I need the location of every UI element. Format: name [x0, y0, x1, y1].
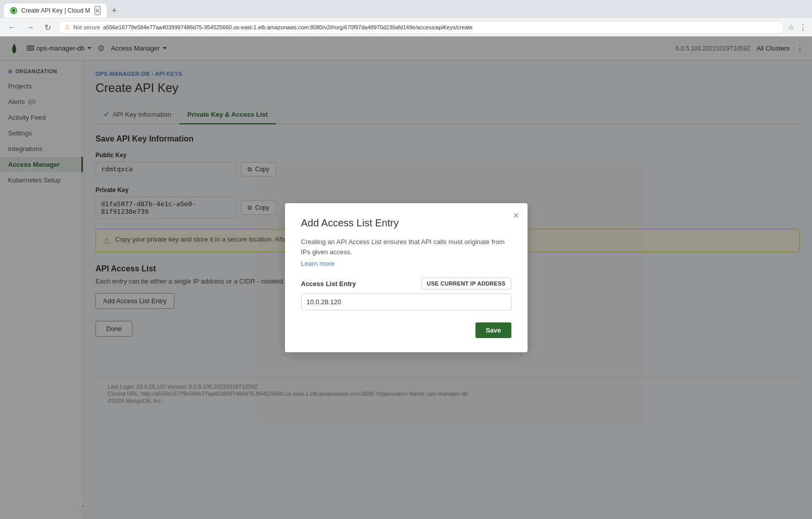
browser-tab[interactable]: Create API Key | Cloud M × [4, 4, 107, 18]
security-warning-text: Not secure [73, 24, 100, 30]
modal-field-row: Access List Entry USE CURRENT IP ADDRESS [301, 277, 511, 290]
new-tab-button[interactable]: + [109, 6, 120, 16]
tab-title: Create API Key | Cloud M [21, 7, 90, 14]
learn-more-link[interactable]: Learn more [301, 260, 511, 267]
modal-title: Add Access List Entry [301, 217, 511, 229]
back-button[interactable]: ← [5, 22, 19, 33]
address-bar[interactable]: ⚠ Not secure a556e16779e584e77aa40399974… [58, 21, 784, 34]
access-list-entry-label: Access List Entry [301, 280, 356, 288]
browser-menu-button[interactable]: ⋮ [799, 23, 807, 32]
modal-close-button[interactable]: × [513, 210, 519, 220]
modal-overlay: × Add Access List Entry Creating an API … [0, 36, 812, 519]
refresh-button[interactable]: ↻ [41, 22, 54, 33]
modal-actions: Save [301, 322, 511, 338]
forward-button[interactable]: → [23, 22, 37, 33]
modal-save-button[interactable]: Save [475, 322, 511, 338]
browser-tab-bar: Create API Key | Cloud M × + [0, 0, 812, 18]
add-access-list-modal: × Add Access List Entry Creating an API … [285, 203, 528, 352]
modal-description: Creating an API Access List ensures that… [301, 237, 511, 257]
use-current-ip-button[interactable]: USE CURRENT IP ADDRESS [421, 277, 511, 290]
security-warning-icon: ⚠ [65, 24, 70, 31]
tab-favicon [10, 7, 17, 14]
tab-close-button[interactable]: × [94, 6, 101, 15]
address-bar-url: a556e16779e584e77aa4039997486d75-9545256… [103, 24, 778, 30]
bookmark-button[interactable]: ☆ [788, 23, 795, 31]
browser-chrome: Create API Key | Cloud M × + ← → ↻ ⚠ Not… [0, 0, 812, 36]
access-list-entry-input[interactable] [301, 294, 511, 310]
browser-nav-bar: ← → ↻ ⚠ Not secure a556e16779e584e77aa40… [0, 18, 812, 36]
